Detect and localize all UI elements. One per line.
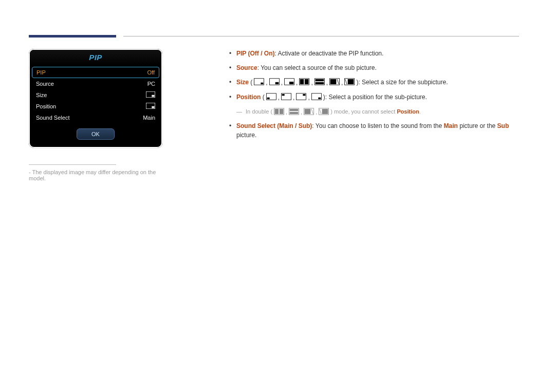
note-target: Position bbox=[397, 108, 419, 115]
desc-sound-select: Sound Select (Main / Sub): You can choos… bbox=[229, 121, 519, 140]
pip-size-icon bbox=[146, 91, 155, 99]
position-icon-br bbox=[311, 93, 322, 100]
svg-rect-34 bbox=[290, 109, 299, 111]
osd-row-sound-select[interactable]: Sound Select Main bbox=[30, 112, 161, 123]
size-icon-split-vert bbox=[299, 78, 309, 85]
svg-rect-9 bbox=[289, 82, 293, 84]
note-period: . bbox=[419, 108, 421, 115]
desc-size-text: : Select a size for the subpicture. bbox=[358, 79, 448, 86]
size-icon-right-big bbox=[344, 78, 355, 85]
position-sub-note: ― In double ( , , , ) mode, you cannot s… bbox=[236, 107, 519, 116]
desc-pip-text: : Activate or deactivate the PIP functio… bbox=[274, 50, 383, 57]
osd-row-label: Source bbox=[36, 81, 54, 87]
description-list: PIP (Off / On): Activate or deactivate t… bbox=[229, 49, 519, 102]
sep: , bbox=[308, 93, 309, 102]
desc-size-label: Size bbox=[236, 79, 249, 86]
svg-rect-23 bbox=[267, 97, 269, 99]
sep: , bbox=[266, 78, 267, 87]
footnote-text: The displayed image may differ depending… bbox=[29, 169, 168, 181]
desc-sound-label: Sound Select bbox=[236, 122, 275, 129]
osd-row-value: Off bbox=[147, 69, 155, 76]
sep: , bbox=[311, 78, 312, 87]
osd-row-label: Position bbox=[36, 103, 56, 109]
desc-sound-main: Main bbox=[444, 122, 458, 129]
svg-rect-7 bbox=[275, 82, 279, 84]
note-icon-right-big bbox=[319, 108, 329, 115]
svg-line-41 bbox=[320, 109, 321, 114]
osd-panel: PIP PIP Off Source PC Size Position bbox=[29, 49, 162, 148]
svg-rect-40 bbox=[322, 109, 328, 114]
svg-rect-15 bbox=[315, 82, 324, 84]
size-icon-br-med bbox=[269, 78, 280, 85]
osd-row-label: Sound Select bbox=[36, 115, 69, 121]
desc-position-label: Position bbox=[236, 94, 261, 101]
sep: , bbox=[341, 78, 343, 87]
desc-sound-options: Main / Sub bbox=[279, 122, 310, 129]
svg-rect-14 bbox=[315, 79, 324, 81]
svg-rect-1 bbox=[152, 95, 154, 97]
size-icon-br-large bbox=[284, 78, 294, 85]
svg-rect-27 bbox=[303, 94, 306, 96]
position-icon-tl bbox=[281, 93, 291, 100]
note-icon-split-vert bbox=[274, 108, 284, 115]
size-icon-br-small bbox=[254, 78, 264, 85]
sep: , bbox=[293, 93, 294, 102]
desc-position: Position ( , , , ): Select a position fo… bbox=[229, 92, 519, 102]
note-prefix: In double ( bbox=[246, 108, 272, 115]
svg-line-21 bbox=[345, 79, 347, 84]
osd-row-pip[interactable]: PIP Off bbox=[32, 67, 159, 78]
sep: , bbox=[286, 108, 287, 117]
size-icon-left-big bbox=[329, 78, 340, 85]
header-horizontal-rule bbox=[123, 36, 519, 36]
size-icon-split-horiz bbox=[314, 78, 325, 85]
svg-rect-31 bbox=[275, 109, 279, 114]
ok-button[interactable]: OK bbox=[77, 128, 115, 140]
svg-rect-37 bbox=[305, 109, 311, 114]
svg-line-18 bbox=[337, 79, 339, 84]
desc-source-label: Source bbox=[236, 64, 257, 71]
position-icon-group: , , , bbox=[266, 93, 322, 102]
svg-rect-12 bbox=[305, 79, 309, 84]
desc-pip: PIP (Off / On): Activate or deactivate t… bbox=[229, 49, 519, 58]
osd-row-size[interactable]: Size bbox=[30, 89, 161, 101]
desc-sound-text-b: picture or the bbox=[458, 122, 497, 129]
osd-row-position[interactable]: Position bbox=[30, 101, 161, 112]
svg-rect-20 bbox=[348, 79, 354, 84]
desc-sound-text-a: : You can choose to listen to the sound … bbox=[312, 122, 443, 129]
svg-rect-5 bbox=[261, 82, 264, 84]
note-icon-group: , , , bbox=[274, 108, 329, 117]
note-icon-left-big bbox=[304, 108, 314, 115]
svg-rect-3 bbox=[152, 106, 154, 108]
note-icon-split-horiz bbox=[289, 108, 299, 115]
osd-row-source[interactable]: Source PC bbox=[30, 78, 161, 89]
osd-title: PIP bbox=[30, 50, 161, 67]
svg-rect-29 bbox=[318, 97, 321, 99]
size-icon-group: , , , , , , bbox=[254, 78, 355, 87]
sep: , bbox=[316, 108, 317, 117]
desc-pip-options: Off / On bbox=[250, 50, 272, 57]
desc-sound-text-c: picture. bbox=[236, 132, 256, 139]
sep: , bbox=[296, 78, 298, 87]
svg-rect-25 bbox=[282, 94, 285, 96]
sep: , bbox=[326, 78, 328, 87]
svg-line-38 bbox=[311, 109, 313, 114]
sep: , bbox=[281, 78, 283, 87]
osd-row-value: PC bbox=[147, 81, 155, 87]
note-suffix: ) mode, you cannot select bbox=[330, 108, 397, 115]
description-list-2: Sound Select (Main / Sub): You can choos… bbox=[229, 121, 519, 140]
osd-row-label: Size bbox=[36, 92, 47, 98]
svg-rect-35 bbox=[290, 111, 299, 114]
desc-pip-label: PIP bbox=[236, 50, 246, 57]
svg-rect-17 bbox=[330, 79, 337, 84]
sep: , bbox=[278, 93, 280, 102]
footnote-rule bbox=[29, 164, 116, 165]
pip-position-icon bbox=[146, 103, 155, 110]
dash-icon: ― bbox=[236, 108, 242, 115]
svg-rect-11 bbox=[300, 79, 304, 84]
desc-source-text: : You can select a source of the sub pic… bbox=[257, 64, 377, 71]
sep: , bbox=[301, 108, 302, 117]
header-accent-bar bbox=[29, 35, 116, 38]
desc-position-text: : Select a position for the sub-picture. bbox=[325, 94, 427, 101]
desc-source: Source: You can select a source of the s… bbox=[229, 63, 519, 72]
osd-row-label: PIP bbox=[36, 69, 46, 76]
